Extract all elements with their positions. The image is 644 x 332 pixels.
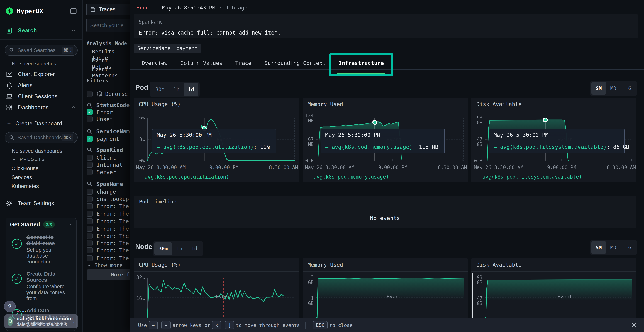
kbd-j[interactable]: j	[225, 321, 234, 329]
kbd-k[interactable]: k	[212, 321, 221, 329]
filter-label: Client	[96, 154, 116, 161]
chevron-down-icon	[86, 262, 92, 268]
legend-dash: —	[494, 144, 497, 150]
source-select[interactable]: Traces	[86, 4, 130, 16]
sidebar-item-alerts[interactable]: Alerts	[0, 80, 82, 91]
denoise-icon	[96, 91, 103, 97]
service-tag[interactable]: ServiceName: payment	[134, 44, 201, 52]
size-sm[interactable]: SM	[592, 82, 606, 95]
close-icon[interactable]: ✕	[631, 321, 637, 329]
checkbox[interactable]	[86, 154, 93, 161]
app-title: HyperDX	[17, 8, 70, 15]
filter-group-servicename[interactable]: ServiceName	[86, 128, 130, 135]
size-sm[interactable]: SM	[592, 241, 606, 254]
size-md[interactable]: MD	[606, 82, 621, 95]
kbd-esc[interactable]: ESC	[313, 321, 328, 329]
checkbox[interactable]	[86, 116, 93, 122]
show-more-button[interactable]: Show more	[86, 262, 122, 269]
mode-event-patterns[interactable]: Event Patterns	[92, 69, 130, 76]
size-lg[interactable]: LG	[621, 241, 636, 254]
checkbox-checked[interactable]: ✓	[86, 109, 93, 115]
tab-surrounding-context[interactable]: Surrounding Context	[258, 58, 332, 69]
checkbox[interactable]	[86, 210, 93, 216]
checkbox-checked[interactable]: ✓	[86, 136, 93, 142]
filter-spankind-server[interactable]: Server	[86, 169, 116, 176]
filter-spanname-error[interactable]: Error: The cr	[86, 210, 130, 217]
checkbox[interactable]	[86, 91, 93, 97]
more-filters-button[interactable]: More filters	[86, 270, 130, 280]
size-lg[interactable]: LG	[621, 82, 636, 95]
filter-spanname-error[interactable]: Error: The cr	[86, 218, 130, 225]
get-started-item[interactable]: ✓ Connect to ClickHouse Set up your data…	[10, 234, 72, 265]
sidebar-item-search[interactable]: Search	[0, 25, 82, 36]
checkbox[interactable]	[86, 240, 93, 246]
tab-infrastructure[interactable]: Infrastructure	[332, 58, 390, 69]
filter-statuscode-unset[interactable]: Unset	[86, 116, 113, 122]
sidebar-item-label: Alerts	[18, 82, 76, 88]
filter-spanname-error[interactable]: Error: The cr	[86, 232, 130, 239]
saved-dashboards-input[interactable]: Saved Dashboards ⌘K	[5, 132, 78, 143]
tab-column-values[interactable]: Column Values	[174, 58, 229, 69]
presets-toggle[interactable]: PRESETS	[0, 154, 82, 164]
kbd-arrow-right[interactable]: →	[161, 321, 171, 329]
y-tick: 0 B	[471, 158, 482, 163]
preset-kubernetes[interactable]: Kubernetes	[0, 182, 82, 191]
mode-results-table[interactable]: Results Table	[92, 51, 130, 58]
checkbox[interactable]	[86, 162, 93, 168]
filter-denoise[interactable]: Denoise Re	[86, 90, 130, 97]
filter-spanname-dnslookup[interactable]: dns.lookup	[86, 196, 129, 202]
range-1d[interactable]: 1d	[187, 242, 202, 255]
tab-overview[interactable]: Overview	[135, 58, 174, 69]
collapse-sidebar-icon[interactable]	[70, 8, 77, 15]
node-disk-plot[interactable]: Event	[485, 278, 632, 318]
event-search-input[interactable]: Search your e	[86, 18, 130, 32]
tab-trace[interactable]: Trace	[229, 58, 258, 69]
filter-spanname-error[interactable]: Error: The cr	[86, 240, 130, 246]
get-started-item[interactable]: ✓ Create Data Sources Configure where yo…	[10, 271, 72, 302]
filter-group-statuscode[interactable]: StatusCode	[86, 102, 130, 109]
kbd-arrow-left[interactable]: ←	[149, 321, 158, 329]
filter-spankind-internal[interactable]: Internal	[86, 161, 122, 168]
chart-legend: — avg(k8s.pod.memory.usage)	[308, 174, 389, 180]
range-1d[interactable]: 1d	[184, 83, 198, 96]
checkbox[interactable]	[86, 169, 93, 175]
filter-spanname-error[interactable]: Error: The cr	[86, 247, 130, 254]
saved-searches-input[interactable]: Saved Searches ⌘K	[5, 45, 78, 56]
tab-label: Infrastructure	[339, 60, 384, 66]
preset-services[interactable]: Services	[0, 173, 82, 182]
filter-group-spankind[interactable]: SpanKind	[86, 146, 123, 154]
filter-spanname-error[interactable]: Error: The cr	[86, 225, 130, 232]
range-1h[interactable]: 1h	[169, 83, 184, 96]
sidebar-item-dashboards[interactable]: Dashboards	[0, 102, 82, 113]
tooltip-series: avg(k8s.pod.memory.usage)	[332, 144, 412, 150]
user-menu[interactable]: D dale@clickhouse.com dale@clickhouse.co…	[4, 314, 78, 328]
sidebar-item-client-sessions[interactable]: Client Sessions	[0, 91, 82, 102]
node-memory-plot[interactable]: Event	[316, 278, 464, 318]
range-1h[interactable]: 1h	[172, 242, 187, 255]
create-dashboard-button[interactable]: + Create Dashboard	[0, 118, 82, 129]
filter-statuscode-error[interactable]: ✓ Error	[86, 109, 113, 116]
checkbox[interactable]	[86, 188, 93, 194]
range-30m[interactable]: 30m	[151, 83, 169, 96]
range-30m[interactable]: 30m	[154, 242, 172, 255]
filter-spanname-charge[interactable]: charge	[86, 188, 116, 195]
sidebar-item-team-settings[interactable]: Team Settings	[0, 198, 82, 209]
filter-spanname-error[interactable]: Error: The cr	[86, 203, 130, 210]
checkbox[interactable]	[86, 226, 93, 232]
size-md[interactable]: MD	[606, 241, 621, 254]
sidebar-item-chart-explorer[interactable]: Chart Explorer	[0, 69, 82, 80]
checkbox[interactable]	[86, 255, 93, 261]
checkbox[interactable]	[86, 247, 93, 253]
node-cpu-plot[interactable]: Event	[147, 278, 295, 318]
checkbox[interactable]	[86, 203, 93, 209]
filter-spankind-client[interactable]: Client	[86, 154, 116, 161]
checkbox[interactable]	[86, 233, 93, 239]
filter-servicename-payment[interactable]: ✓ payment	[86, 136, 119, 142]
help-button[interactable]: ?	[4, 300, 16, 312]
checkbox[interactable]	[86, 196, 93, 202]
chevron-up-icon[interactable]	[67, 222, 72, 227]
filter-group-spanname[interactable]: SpanName	[86, 180, 123, 188]
filter-spanname-error[interactable]: Error: The cr	[86, 255, 130, 262]
preset-clickhouse[interactable]: ClickHouse	[0, 164, 82, 173]
checkbox[interactable]	[86, 218, 93, 224]
